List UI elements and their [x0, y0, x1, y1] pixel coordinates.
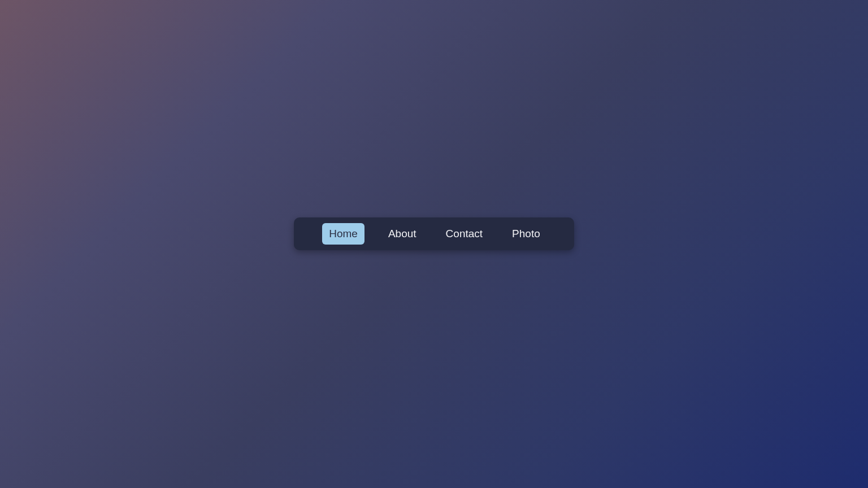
nav-item-contact[interactable]: Contact: [440, 223, 488, 245]
nav-item-home[interactable]: Home: [322, 223, 364, 245]
navigation-bar: Home About Contact Photo: [294, 217, 574, 250]
nav-item-photo[interactable]: Photo: [506, 223, 546, 245]
nav-item-about[interactable]: About: [383, 223, 422, 245]
